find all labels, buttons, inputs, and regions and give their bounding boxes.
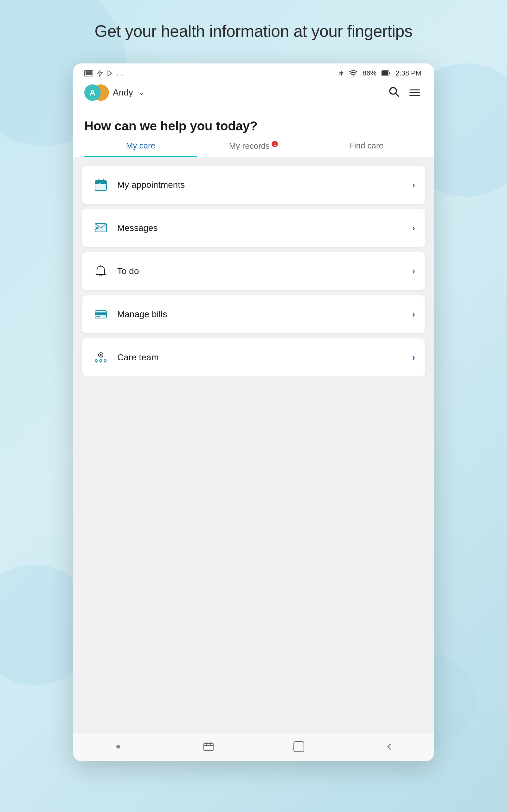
status-bar: ... ∗ 86% 2:38 PM bbox=[73, 63, 434, 81]
svg-rect-4 bbox=[382, 71, 388, 75]
message-icon bbox=[92, 219, 110, 237]
wifi-icon bbox=[349, 70, 357, 77]
nav-home-icon bbox=[293, 741, 304, 752]
content-area: 31 My appointments › Messages › bbox=[73, 157, 434, 733]
nav-bar bbox=[73, 733, 434, 761]
status-more: ... bbox=[117, 69, 124, 78]
svg-text:31: 31 bbox=[98, 183, 102, 186]
tab-find-care[interactable]: Find care bbox=[310, 141, 423, 157]
nav-back-button[interactable] bbox=[380, 740, 399, 753]
card-icon bbox=[92, 305, 110, 323]
todo-label: To do bbox=[117, 266, 412, 276]
bills-label: Manage bills bbox=[117, 309, 412, 319]
appointments-chevron: › bbox=[412, 180, 415, 190]
nav-dot-button[interactable] bbox=[109, 740, 128, 753]
bluetooth-icon: ∗ bbox=[338, 69, 344, 78]
svg-marker-1 bbox=[108, 71, 112, 76]
header-icons bbox=[388, 86, 420, 100]
bills-chevron: › bbox=[412, 309, 415, 319]
hamburger-line-3 bbox=[409, 95, 420, 96]
calendar-icon: 31 bbox=[92, 176, 110, 194]
battery-percent: 86% bbox=[362, 69, 377, 78]
tab-my-care-label: My care bbox=[126, 141, 155, 150]
svg-point-5 bbox=[390, 88, 396, 94]
user-name: Andy bbox=[113, 88, 133, 98]
nav-dot-icon bbox=[116, 745, 120, 749]
user-section[interactable]: A Andy ⌄ bbox=[84, 84, 144, 101]
user-dropdown-chevron[interactable]: ⌄ bbox=[139, 89, 144, 96]
team-icon bbox=[92, 349, 110, 366]
list-item-todo[interactable]: To do › bbox=[82, 252, 425, 290]
phone-frame: ... ∗ 86% 2:38 PM A Andy ⌄ bbox=[73, 63, 434, 761]
svg-point-21 bbox=[100, 354, 102, 356]
hamburger-line-2 bbox=[409, 92, 420, 93]
screenshot-icon bbox=[84, 70, 93, 77]
tab-my-records[interactable]: My records1 bbox=[197, 141, 310, 157]
search-icon[interactable] bbox=[388, 86, 399, 100]
app-header: A Andy ⌄ bbox=[73, 81, 434, 106]
status-bar-right: ∗ 86% 2:38 PM bbox=[338, 69, 421, 78]
appointments-label: My appointments bbox=[117, 180, 412, 190]
nav-recent-icon bbox=[203, 742, 214, 752]
status-bar-left: ... bbox=[84, 69, 124, 78]
avatar-primary: A bbox=[84, 84, 101, 101]
messages-label: Messages bbox=[117, 223, 412, 233]
list-item-care-team[interactable]: Care team › bbox=[82, 339, 425, 376]
play-icon bbox=[107, 70, 113, 77]
messages-chevron: › bbox=[412, 223, 415, 233]
tab-bar: My care My records1 Find care bbox=[73, 133, 434, 157]
avatar-group: A bbox=[84, 84, 108, 101]
svg-marker-0 bbox=[97, 70, 103, 76]
nav-recent-button[interactable] bbox=[199, 740, 218, 753]
svg-line-6 bbox=[396, 94, 399, 97]
tab-my-records-badge: 1 bbox=[272, 141, 278, 147]
svg-rect-19 bbox=[96, 316, 100, 317]
nav-home-button[interactable] bbox=[289, 740, 308, 753]
svg-rect-28 bbox=[204, 744, 213, 751]
list-item-bills[interactable]: Manage bills › bbox=[82, 295, 425, 334]
bell-icon bbox=[92, 262, 110, 280]
care-team-chevron: › bbox=[412, 352, 415, 362]
page-title-area: Get your health information at your fing… bbox=[0, 21, 507, 41]
todo-chevron: › bbox=[412, 266, 415, 276]
tab-find-care-label: Find care bbox=[349, 141, 383, 150]
list-item-appointments[interactable]: 31 My appointments › bbox=[82, 166, 425, 204]
svg-point-22 bbox=[95, 359, 98, 362]
svg-point-2 bbox=[353, 75, 354, 77]
svg-point-23 bbox=[100, 359, 102, 362]
main-heading: How can we help you today? bbox=[84, 119, 423, 133]
svg-point-24 bbox=[104, 359, 107, 362]
tab-my-care[interactable]: My care bbox=[84, 141, 197, 157]
main-heading-area: How can we help you today? bbox=[73, 106, 434, 133]
battery-icon bbox=[382, 70, 390, 76]
list-item-messages[interactable]: Messages › bbox=[82, 209, 425, 247]
tab-my-records-label: My records bbox=[229, 141, 270, 151]
nav-back-icon bbox=[384, 742, 394, 752]
settings-icon bbox=[96, 70, 103, 77]
svg-rect-18 bbox=[95, 312, 107, 315]
hamburger-line-1 bbox=[409, 90, 420, 90]
status-time: 2:38 PM bbox=[395, 69, 421, 78]
page-title: Get your health information at your fing… bbox=[0, 21, 507, 41]
svg-point-15 bbox=[96, 227, 98, 229]
care-team-label: Care team bbox=[117, 352, 412, 362]
menu-icon[interactable] bbox=[409, 90, 420, 96]
